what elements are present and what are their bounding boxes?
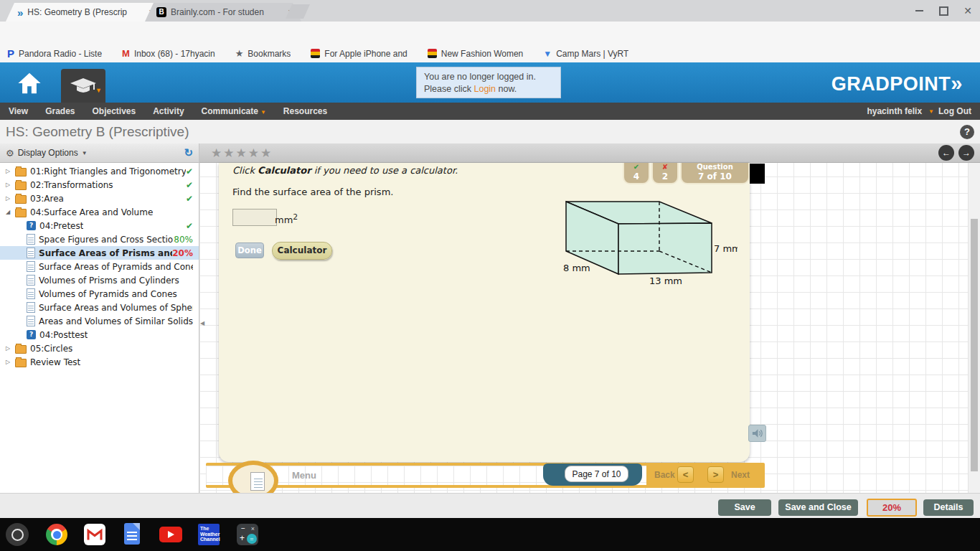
save-button[interactable]: Save [718, 499, 771, 516]
tree-item[interactable]: Space Figures and Cross Sections80% [0, 232, 199, 246]
tree-item[interactable]: Surface Areas of Prisms and Cylinders20% [0, 246, 199, 260]
bookmark-apple[interactable]: For Apple iPhone and [311, 49, 407, 59]
page-title-bar: HS: Geometry B (Prescriptive) ? [0, 120, 980, 143]
page-indicator: Page 7 of 10 [565, 466, 628, 482]
calculator-button[interactable]: Calculator [272, 242, 332, 260]
course-sidebar: ⚙ Display Options ▼ ↻ ▷01:Right Triangle… [0, 143, 199, 493]
browser-tab-inactive[interactable]: B Brainly.com - For studen ✕ [145, 3, 301, 22]
expand-arrow-icon[interactable]: ▷ [6, 182, 15, 188]
bookmark-pandora[interactable]: P Pandora Radio - Liste [7, 47, 102, 60]
save-and-close-button[interactable]: Save and Close [778, 499, 858, 516]
refresh-icon[interactable]: ↻ [184, 146, 193, 159]
bookmark-folder[interactable]: ★ Bookmarks [235, 48, 291, 59]
tree-item[interactable]: ?04:Posttest [0, 328, 199, 342]
expand-arrow-icon[interactable]: ▷ [6, 359, 15, 365]
star-icon: ★ [236, 146, 248, 160]
nav-communicate[interactable]: Communicate▼ [193, 106, 275, 116]
caret-down-icon: ▼ [928, 108, 934, 115]
nav-activity[interactable]: Activity [144, 106, 192, 116]
minimize-button[interactable] [907, 0, 931, 22]
course-menu-button[interactable]: ▼ [61, 69, 105, 103]
tree-item-label: 04:Pretest [39, 221, 83, 231]
star-icon: ★ [211, 146, 223, 160]
tree-item-label: 03:Area [30, 194, 64, 204]
score-percent-button[interactable]: 20% [867, 499, 917, 517]
next-button[interactable]: > [707, 466, 724, 483]
tree-folder-item[interactable]: ▷01:Right Triangles and Trigonometry✔ [0, 164, 199, 178]
tree-item[interactable]: ?04:Pretest✔ [0, 219, 199, 232]
scrollbar-thumb[interactable] [971, 219, 978, 471]
user-name[interactable]: hyacinth felix [867, 106, 922, 116]
tree-item-label: Areas and Volumes of Similar Solids [39, 316, 193, 326]
doc-icon [27, 234, 35, 245]
docs-icon[interactable] [124, 523, 140, 545]
gmail-icon: M [122, 48, 130, 59]
nav-resources[interactable]: Resources [275, 106, 336, 116]
next-label[interactable]: Next [731, 470, 750, 480]
tree-item[interactable]: Volumes of Prisms and Cylinders [0, 273, 199, 287]
bookmark-campmars[interactable]: ▼ Camp Mars | VyRT [543, 49, 628, 59]
close-button[interactable]: ✕ [956, 0, 980, 22]
app-navbar: View Grades Objectives Activity Communic… [0, 103, 980, 120]
tree-folder-item[interactable]: ▷02:Transformations✔ [0, 178, 199, 192]
home-icon[interactable] [17, 72, 42, 95]
grad-cap-icon [69, 76, 98, 96]
tree-folder-item[interactable]: ▷05:Circles [0, 342, 199, 355]
display-options-label[interactable]: Display Options [18, 148, 78, 158]
tree-item[interactable]: Volumes of Pyramids and Cones [0, 287, 199, 301]
nav-objectives[interactable]: Objectives [84, 106, 145, 116]
answer-input[interactable] [232, 209, 277, 226]
tree-folder-item[interactable]: ▷Review Test [0, 355, 199, 369]
vertical-scrollbar[interactable] [968, 163, 980, 493]
chrome-icon[interactable] [46, 524, 67, 545]
calculator-icon[interactable]: − × + = [237, 524, 258, 545]
details-button[interactable]: Details [923, 499, 974, 516]
launcher-icon[interactable] [6, 523, 29, 546]
score-indicator: ✔ 4 ✘ 2 Question 7 of 10 [623, 163, 750, 184]
tree-item[interactable]: Surface Areas and Volumes of Spheres [0, 301, 199, 314]
bookmark-fashion[interactable]: New Fashion Women [428, 49, 524, 59]
sidebar-collapse-icon[interactable]: ◀ [200, 320, 204, 326]
tree-folder-item[interactable]: ◢04:Surface Area and Volume [0, 205, 199, 219]
weather-channel-icon[interactable]: The Weather Channel [198, 524, 220, 545]
question-counter: Question 7 of 10 [680, 163, 750, 184]
window-titlebar: » HS: Geometry B (Prescrip ✕ B Brainly.c… [0, 0, 980, 22]
previous-page-icon[interactable]: ← [938, 145, 954, 161]
course-title: HS: Geometry B (Prescriptive) [6, 124, 189, 140]
expand-arrow-icon[interactable]: ▷ [6, 345, 15, 352]
nav-grades[interactable]: Grades [37, 106, 83, 116]
gmail-icon[interactable] [84, 524, 105, 545]
restore-button[interactable] [931, 0, 956, 22]
tree-item[interactable]: Areas and Volumes of Similar Solids [0, 314, 199, 328]
youtube-icon[interactable] [159, 527, 182, 542]
tree-item-label: Surface Areas of Prisms and Cylinders [39, 248, 172, 258]
folder-icon [15, 345, 27, 354]
tree-item-label: 04:Surface Area and Volume [30, 207, 153, 217]
folder-icon [15, 195, 27, 204]
display-options-bar[interactable]: ⚙ Display Options ▼ ↻ [0, 143, 199, 163]
expand-arrow-icon[interactable]: ▷ [6, 195, 15, 202]
help-icon[interactable]: ? [960, 125, 974, 139]
gradpoint-favicon-icon: » [17, 7, 23, 18]
done-button[interactable]: Done [235, 242, 264, 258]
nav-view[interactable]: View [0, 106, 37, 116]
rating-stars[interactable]: ★★★★★ [211, 146, 273, 161]
login-link[interactable]: Login [473, 84, 496, 94]
browser-tab-active[interactable]: » HS: Geometry B (Prescrip ✕ [6, 3, 162, 22]
expand-arrow-icon[interactable]: ▷ [6, 168, 15, 174]
collapse-arrow-icon[interactable]: ◢ [6, 209, 15, 215]
speaker-icon[interactable] [748, 425, 766, 442]
menu-label[interactable]: Menu [292, 470, 316, 481]
back-button[interactable]: < [677, 466, 694, 483]
tree-folder-item[interactable]: ▷03:Area✔ [0, 192, 199, 205]
tree-item[interactable]: Surface Areas of Pyramids and Cones [0, 260, 199, 273]
bookmark-inbox[interactable]: M Inbox (68) - 17hyacin [122, 48, 215, 59]
quiz-icon: ? [27, 330, 36, 339]
next-page-icon[interactable]: → [958, 145, 974, 161]
star-icon: ★ [235, 48, 244, 59]
tree-item-label: Volumes of Pyramids and Cones [39, 289, 177, 299]
logout-link[interactable]: Log Out [938, 106, 971, 116]
correct-counter: ✔ 4 [623, 163, 650, 184]
rating-bar: ★★★★★ ← → [199, 143, 980, 163]
back-label[interactable]: Back [654, 470, 675, 480]
